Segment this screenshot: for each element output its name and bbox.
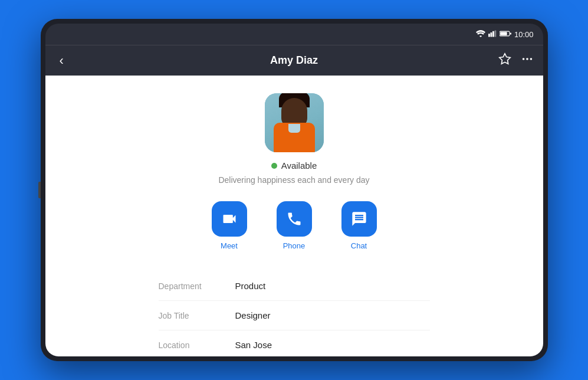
tagline: Delivering happiness each and every day [218,175,369,185]
svg-point-8 [522,58,524,60]
actions-row: Meet Phone Chat [212,201,377,250]
chat-icon-bg [341,201,377,237]
phone-icon [286,211,303,227]
page-title: Amy Diaz [270,54,318,67]
department-label: Department [159,281,235,291]
chat-button[interactable]: Chat [341,201,377,250]
department-row: Department Product [159,271,430,301]
wifi-icon [476,30,485,39]
tablet-device: 10:00 ‹ Amy Diaz [41,19,548,361]
svg-rect-2 [492,31,494,37]
navigation-bar: ‹ Amy Diaz [45,45,543,76]
svg-rect-6 [510,32,511,34]
svg-rect-1 [490,32,492,37]
signal-icon [488,30,497,39]
avatar-collar [288,124,300,133]
header-actions [498,53,534,68]
time-display: 10:00 [514,30,534,39]
svg-rect-3 [494,30,496,37]
chat-icon [351,211,367,227]
status-text: Available [281,160,317,171]
svg-point-9 [526,58,528,60]
svg-rect-0 [488,34,490,37]
favorite-button[interactable] [498,53,511,68]
video-icon [221,211,238,227]
tablet-screen: 10:00 ‹ Amy Diaz [45,24,543,356]
job-title-row: Job Title Designer [159,301,430,330]
avatar-container [265,93,324,152]
avatar-body [274,123,315,152]
location-label: Location [159,340,235,350]
side-button [38,182,41,198]
more-options-button[interactable] [521,53,534,68]
avatar-illustration [265,93,324,152]
meet-label: Meet [221,241,238,250]
status-bar: 10:00 [45,24,543,45]
phone-label: Phone [283,241,306,250]
department-value: Product [235,281,266,291]
status-dot [271,163,277,169]
phone-button[interactable]: Phone [277,201,312,250]
main-content: Available Delivering happiness each and … [45,76,543,356]
avatar [265,93,324,152]
phone-icon-bg [277,201,312,237]
svg-marker-7 [499,54,510,64]
status-row: Available [271,160,317,171]
job-title-value: Designer [235,310,271,320]
svg-rect-5 [500,32,507,35]
chat-label: Chat [351,241,367,250]
svg-point-10 [530,58,532,60]
back-button[interactable]: ‹ [55,52,68,70]
battery-icon [500,30,511,39]
location-row: Location San Jose [159,330,430,356]
status-icons: 10:00 [476,30,534,39]
meet-button[interactable]: Meet [212,201,247,250]
location-value: San Jose [235,340,272,350]
job-title-label: Job Title [159,311,235,320]
meet-icon-bg [212,201,247,237]
info-section: Department Product Job Title Designer Lo… [147,271,442,356]
